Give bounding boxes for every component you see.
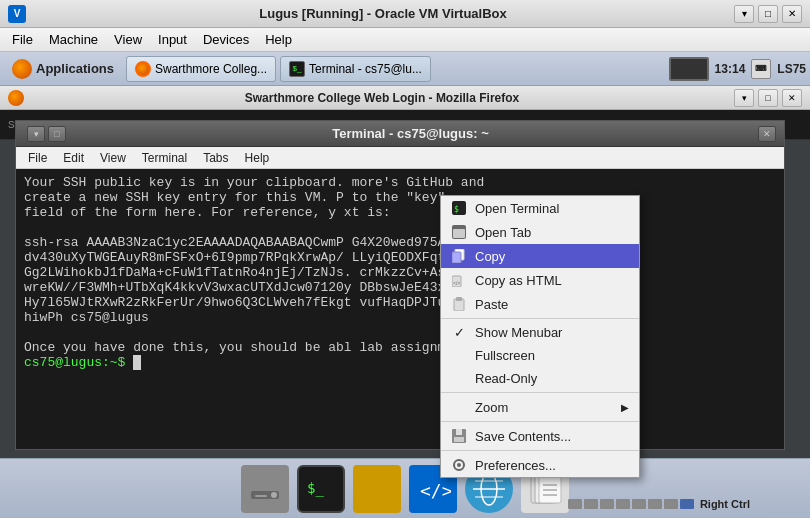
svg-rect-18 — [255, 495, 267, 497]
term-menu-tabs[interactable]: Tabs — [195, 150, 236, 166]
minimize-button[interactable]: ▾ — [734, 5, 754, 23]
term-menu-edit[interactable]: Edit — [55, 150, 92, 166]
firefox-tab-label: Swarthmore Colleg... — [155, 62, 267, 76]
context-show-menubar[interactable]: ✓ Show Menubar — [441, 321, 639, 344]
keyboard-icon: ⌨ — [751, 59, 771, 79]
status-icon-5 — [632, 499, 646, 509]
terminal-line-11 — [24, 325, 776, 340]
context-open-terminal[interactable]: $ Open Terminal — [441, 196, 639, 220]
context-zoom[interactable]: Zoom — [441, 395, 639, 419]
save-icon — [451, 428, 467, 444]
firefox-title: Swarthmore College Web Login - Mozilla F… — [30, 91, 734, 105]
menu-machine[interactable]: Machine — [41, 30, 106, 49]
paste-icon — [451, 296, 467, 312]
firefox-titlebar: Swarthmore College Web Login - Mozilla F… — [0, 86, 810, 110]
fullscreen-label: Fullscreen — [475, 348, 535, 363]
ff-close[interactable]: ✕ — [782, 89, 802, 107]
clock: 13:14 — [715, 62, 746, 76]
terminal-line-1: Your SSH public key is in your clipboard… — [24, 175, 776, 190]
terminal-prompt-line: cs75@lugus:~$ — [24, 355, 776, 370]
readonly-label: Read-Only — [475, 371, 537, 386]
applications-label: Applications — [36, 61, 114, 76]
term-menu-terminal[interactable]: Terminal — [134, 150, 195, 166]
context-fullscreen[interactable]: Fullscreen — [441, 344, 639, 367]
svg-rect-9 — [456, 297, 462, 301]
zoom-icon — [451, 399, 467, 415]
dock-hdd[interactable] — [241, 465, 289, 513]
context-readonly[interactable]: Read-Only — [441, 367, 639, 390]
ff-maximize[interactable]: □ — [758, 89, 778, 107]
terminal-cursor — [133, 355, 141, 370]
terminal-line-12: Once you have done this, you should be a… — [24, 340, 776, 355]
menu-devices[interactable]: Devices — [195, 30, 257, 49]
pref-icon — [451, 457, 467, 473]
context-menu: $ Open Terminal Open Tab Copy </> Copy a… — [440, 195, 640, 478]
status-icon-3 — [600, 499, 614, 509]
virtualbox-icon: V — [8, 5, 26, 23]
menu-input[interactable]: Input — [150, 30, 195, 49]
svg-text:</>: </> — [420, 480, 451, 501]
separator-2 — [441, 392, 639, 393]
svg-text:</>: </> — [453, 280, 460, 286]
copy-icon — [451, 248, 467, 264]
dock-folder[interactable] — [353, 465, 401, 513]
separator-3 — [441, 421, 639, 422]
copy-html-label: Copy as HTML — [475, 273, 562, 288]
terminal-line-9: Hy7l65WJtRXwR2zRkFerUr/9hwo6Q3CLWveh7fEk… — [24, 295, 776, 310]
check-readonly — [451, 371, 467, 386]
terminal-prompt: cs75@lugus:~$ — [24, 355, 125, 370]
context-copy[interactable]: Copy — [441, 244, 639, 268]
firefox-tab-icon — [135, 61, 151, 77]
terminal-icon: $ — [451, 200, 467, 216]
status-icon-2 — [584, 499, 598, 509]
terminal-titlebar: ▾ □ Terminal - cs75@lugus: ~ ✕ — [16, 121, 784, 147]
terminal-minimize[interactable]: ▾ — [27, 126, 45, 142]
context-open-tab[interactable]: Open Tab — [441, 220, 639, 244]
screen-toggle[interactable] — [669, 57, 709, 81]
copy-html-icon: </> — [451, 272, 467, 288]
menu-view[interactable]: View — [106, 30, 150, 49]
context-paste[interactable]: Paste — [441, 292, 639, 316]
term-menu-view[interactable]: View — [92, 150, 134, 166]
terminal-line-5: ssh-rsa AAAAB3NzaC1yc2EAAAADAQABAABAQCwm… — [24, 235, 776, 250]
svg-point-14 — [457, 463, 461, 467]
maximize-button[interactable]: □ — [758, 5, 778, 23]
status-icon-1 — [568, 499, 582, 509]
close-button[interactable]: ✕ — [782, 5, 802, 23]
terminal-tab[interactable]: $_ Terminal - cs75@lu... — [280, 56, 431, 82]
terminal-line-7: Gg2LWihokbJ1fDaMa+cFuW1fTatnRo4njEj/TzNJ… — [24, 265, 776, 280]
app-menu-icon — [12, 59, 32, 79]
terminal-content[interactable]: Your SSH public key is in your clipboard… — [16, 169, 784, 449]
terminal-maximize[interactable]: □ — [48, 126, 66, 142]
term-menu-file[interactable]: File — [20, 150, 55, 166]
terminal-close[interactable]: ✕ — [758, 126, 776, 142]
menu-help[interactable]: Help — [257, 30, 300, 49]
terminal-tab-label: Terminal - cs75@lu... — [309, 62, 422, 76]
svg-rect-12 — [456, 429, 462, 435]
separator-1 — [441, 318, 639, 319]
context-save-contents[interactable]: Save Contents... — [441, 424, 639, 448]
term-menu-help[interactable]: Help — [237, 150, 278, 166]
taskbar-right: 13:14 ⌨ LS75 — [669, 57, 806, 81]
svg-point-17 — [271, 492, 277, 498]
svg-rect-11 — [454, 437, 464, 442]
context-copy-as-html[interactable]: </> Copy as HTML — [441, 268, 639, 292]
terminal-line-3: field of the form here. For reference, y… — [24, 205, 776, 220]
show-menubar-label: Show Menubar — [475, 325, 562, 340]
svg-text:$: $ — [454, 205, 459, 214]
svg-rect-30 — [539, 475, 561, 503]
context-preferences[interactable]: Preferences... — [441, 453, 639, 477]
dock-terminal[interactable]: $_ — [297, 465, 345, 513]
terminal-line-8: wreKW//F3WMh+UTbXqK4kkvV3wxacUTXdJcw0712… — [24, 280, 776, 295]
terminal-line-10: hiwPh cs75@lugus — [24, 310, 776, 325]
status-icon-7 — [664, 499, 678, 509]
firefox-tab[interactable]: Swarthmore Colleg... — [126, 56, 276, 82]
copy-label: Copy — [475, 249, 505, 264]
ff-minimize[interactable]: ▾ — [734, 89, 754, 107]
right-ctrl-label: Right Ctrl — [700, 498, 750, 510]
status-icon-4 — [616, 499, 630, 509]
menu-file[interactable]: File — [4, 30, 41, 49]
status-icon-6 — [648, 499, 662, 509]
terminal-window: ▾ □ Terminal - cs75@lugus: ~ ✕ File Edit… — [15, 120, 785, 450]
applications-menu[interactable]: Applications — [4, 57, 122, 81]
